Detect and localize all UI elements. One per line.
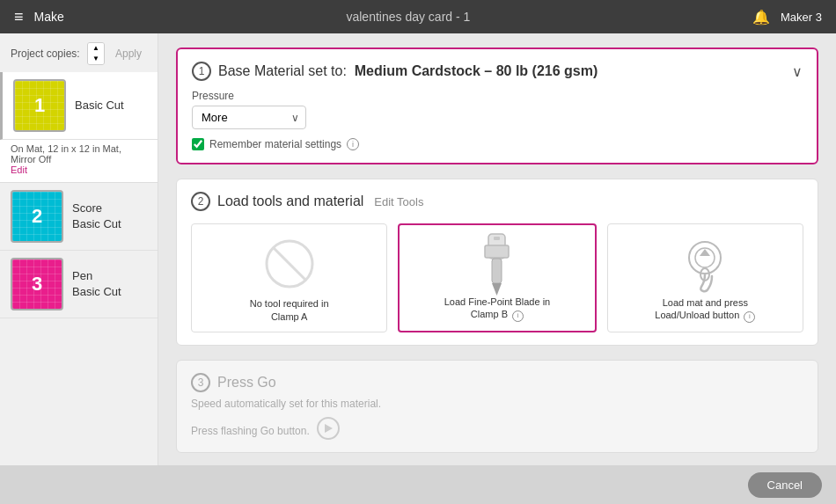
step3-go-label: Press flashing Go button. [191, 425, 310, 437]
tool-label-mat-load: Load mat and pressLoad/Unload button i [655, 296, 755, 323]
step3-box: 3 Press Go Speed automatically set for t… [176, 360, 818, 453]
mat-info-1: On Mat, 12 in x 12 in Mat, Mirror Off Ed… [0, 140, 158, 183]
step1-title: 1 Base Material set to: Medium Cardstock… [192, 62, 598, 81]
topbar: ≡ Make valentines day card - 1 🔔 Maker 3 [0, 0, 836, 33]
step3-desc: Speed automatically set for this materia… [191, 398, 803, 410]
tool-icon-mat-load [674, 233, 736, 295]
pressure-label: Pressure [192, 90, 803, 102]
go-circle-icon [317, 417, 340, 440]
mat-label-3: PenBasic Cut [72, 268, 121, 300]
step3-go-row: Press flashing Go button. [191, 417, 803, 440]
main-area: Project copies: ▲ ▼ Apply 1 Basic Cut [0, 33, 836, 465]
maker-label: Maker 3 [781, 11, 822, 24]
copies-spinner[interactable]: ▲ ▼ [87, 42, 105, 65]
step1-box: 1 Base Material set to: Medium Cardstock… [176, 47, 818, 164]
step1-prefix: Base Material set to: [218, 63, 347, 78]
tool-card-clamp-a[interactable]: No tool required inClamp A [191, 223, 387, 332]
svg-marker-5 [492, 283, 502, 296]
remember-info-icon[interactable]: i [347, 138, 359, 150]
topbar-right: 🔔 Maker 3 [752, 9, 822, 26]
step3-title-row: 3 Press Go [191, 373, 803, 392]
project-copies-row: Project copies: ▲ ▼ Apply [0, 33, 158, 72]
mat-info-text-1: On Mat, 12 in x 12 in Mat, Mirror Off [11, 143, 121, 164]
mat-label-2: ScoreBasic Cut [72, 201, 121, 232]
right-content: 1 Base Material set to: Medium Cardstock… [158, 33, 836, 465]
edit-tools-link[interactable]: Edit Tools [374, 195, 423, 208]
mat-item-2[interactable]: 2 ScoreBasic Cut [0, 183, 158, 251]
copies-up-button[interactable]: ▲ [88, 43, 104, 54]
step1-material: Medium Cardstock – 80 lb (216 gsm) [355, 63, 598, 78]
svg-marker-9 [700, 249, 710, 256]
pressure-select-wrap[interactable]: Less Default More ∨ [192, 106, 306, 129]
mat-item-1-row[interactable]: 1 Basic Cut [0, 72, 158, 140]
tool-label-clamp-b: Load Fine-Point Blade inClamp B i [444, 296, 550, 322]
remember-label: Remember material settings [209, 138, 341, 150]
svg-rect-3 [485, 245, 509, 258]
tool-info-icon-clamp-b[interactable]: i [512, 310, 524, 322]
svg-rect-6 [494, 237, 500, 240]
svg-rect-4 [492, 259, 502, 283]
tool-card-clamp-b[interactable]: Load Fine-Point Blade inClamp B i [398, 223, 596, 332]
mat-load-svg [675, 236, 735, 293]
menu-icon[interactable]: ≡ [14, 8, 24, 26]
go-triangle-icon [325, 424, 333, 433]
bell-icon[interactable]: 🔔 [752, 9, 770, 26]
copies-down-button[interactable]: ▼ [88, 54, 104, 64]
svg-line-1 [274, 248, 305, 280]
mat-item-3[interactable]: 3 PenBasic Cut [0, 251, 158, 318]
step1-chevron-icon[interactable]: ∨ [792, 63, 803, 80]
step2-title-text: Load tools and material [217, 194, 363, 209]
step1-desc: Base Material set to: Medium Cardstock –… [218, 63, 598, 79]
tool-info-icon-mat-load[interactable]: i [744, 311, 755, 323]
step2-box: 2 Load tools and material Edit Tools No … [176, 179, 818, 346]
step1-header: 1 Base Material set to: Medium Cardstock… [192, 62, 803, 81]
project-copies-label: Project copies: [11, 47, 80, 60]
step2-number: 2 [191, 192, 210, 211]
step2-header: 2 Load tools and material Edit Tools [191, 192, 803, 211]
no-tool-svg [263, 237, 316, 290]
remember-checkbox[interactable] [192, 138, 204, 150]
step3-title: Press Go [217, 375, 276, 391]
mat-thumbnail-2: 2 [11, 190, 63, 243]
document-title: valentines day card - 1 [64, 10, 752, 24]
apply-button[interactable]: Apply [110, 46, 147, 62]
sidebar: Project copies: ▲ ▼ Apply 1 Basic Cut [0, 33, 158, 465]
remember-row: Remember material settings i [192, 138, 803, 150]
tool-icon-clamp-b [466, 234, 528, 296]
mat-item-1[interactable]: 1 Basic Cut On Mat, 12 in x 12 in Mat, M… [0, 72, 158, 183]
copies-control: ▲ ▼ Apply [87, 42, 147, 65]
mat-label-1: Basic Cut [75, 98, 124, 113]
tools-row: No tool required inClamp A [191, 223, 803, 332]
step1-number: 1 [192, 62, 211, 81]
tool-card-mat-load[interactable]: Load mat and pressLoad/Unload button i [607, 223, 803, 332]
tool-label-clamp-a: No tool required inClamp A [250, 297, 329, 323]
blade-svg [473, 232, 521, 298]
app-title: Make [34, 10, 64, 24]
bottom-bar: Cancel [0, 465, 836, 504]
mat-thumbnail-3: 3 [11, 258, 63, 310]
step3-number: 3 [191, 373, 210, 392]
step2-title: 2 Load tools and material [191, 192, 363, 211]
pressure-select[interactable]: Less Default More [192, 106, 306, 129]
mat-items-list: 1 Basic Cut On Mat, 12 in x 12 in Mat, M… [0, 72, 158, 318]
mat-thumbnail-1: 1 [13, 79, 66, 132]
tool-icon-clamp-a [259, 233, 320, 295]
mat-edit-link-1[interactable]: Edit [11, 164, 27, 175]
cancel-button[interactable]: Cancel [748, 472, 822, 498]
